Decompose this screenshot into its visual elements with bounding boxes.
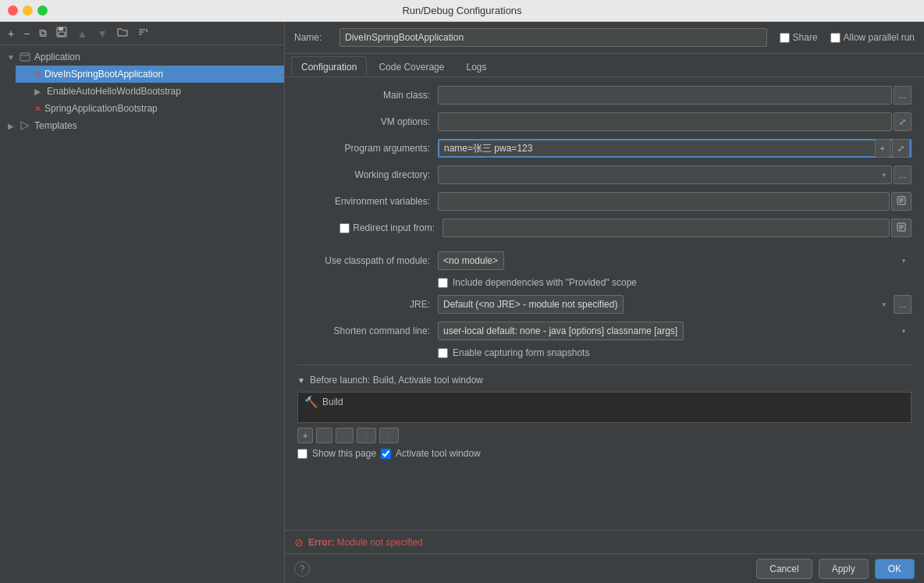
move-up-button[interactable]: ▲ <box>73 26 91 41</box>
sort-button[interactable] <box>134 25 151 41</box>
main-class-input-group: ... <box>438 86 912 105</box>
maximize-button[interactable] <box>37 5 48 16</box>
vm-options-input-group: ⤢ <box>438 112 912 131</box>
share-checkbox-label[interactable]: Share <box>780 32 818 43</box>
remove-configuration-button[interactable]: − <box>20 26 33 41</box>
cancel-button[interactable]: Cancel <box>756 559 812 579</box>
window-controls[interactable] <box>8 5 48 16</box>
environment-variables-input[interactable] <box>438 192 890 211</box>
share-checkbox[interactable] <box>780 33 790 43</box>
tree-group-templates[interactable]: ▶ Templates <box>0 117 284 134</box>
redirect-input-checkbox[interactable] <box>339 223 350 233</box>
activate-tool-window-checkbox[interactable] <box>381 449 391 459</box>
main-class-input[interactable] <box>438 86 892 105</box>
left-panel: + − ⧉ ▲ ▼ <box>0 22 285 583</box>
main-class-row: Main class: ... <box>297 85 912 105</box>
before-launch-title: Before launch: Build, Activate tool wind… <box>310 375 483 386</box>
redirect-input-browse-button[interactable] <box>891 219 912 237</box>
main-container: + − ⧉ ▲ ▼ <box>0 22 924 583</box>
shorten-command-select-wrapper: user-local default: none - java [options… <box>438 322 912 340</box>
title-bar: Run/Debug Configurations <box>0 0 924 22</box>
copy-configuration-button[interactable]: ⧉ <box>36 25 50 41</box>
tabs-row: Configuration Code Coverage Logs <box>285 54 924 77</box>
templates-group-icon <box>19 119 31 132</box>
before-launch-list: 🔨 Build <box>297 392 912 423</box>
enable-capturing-row: Enable capturing form snapshots <box>297 347 912 358</box>
close-button[interactable] <box>8 5 18 16</box>
application-children: ✕ DiveInSpringBootApplication ▶ EnableAu… <box>0 66 284 117</box>
activate-tool-window-label[interactable]: Activate tool window <box>396 448 481 459</box>
save-configuration-button[interactable] <box>53 25 70 41</box>
before-launch-remove-button[interactable]: − <box>316 428 332 443</box>
working-directory-label: Working directory: <box>297 169 438 180</box>
working-directory-browse-button[interactable]: ... <box>894 165 912 184</box>
environment-variables-browse-button[interactable] <box>891 192 912 211</box>
working-directory-input[interactable] <box>438 165 892 184</box>
include-dependencies-label[interactable]: Include dependencies with "Provided" sco… <box>453 277 637 288</box>
redirect-input-input[interactable] <box>442 219 890 237</box>
tree-item-dive[interactable]: ✕ DiveInSpringBootApplication <box>16 66 284 83</box>
svg-rect-2 <box>59 32 65 36</box>
jre-row: JRE: Default (<no JRE> - module not spec… <box>297 294 912 315</box>
classpath-module-select[interactable]: <no module> <box>438 251 504 270</box>
parallel-run-label[interactable]: Allow parallel run <box>830 32 915 43</box>
move-down-button[interactable]: ▼ <box>94 26 111 41</box>
name-row: Name: Share Allow parallel run <box>285 22 924 54</box>
parallel-run-checkbox[interactable] <box>830 33 840 43</box>
working-directory-select-wrapper <box>438 165 892 184</box>
show-page-checkbox[interactable] <box>297 449 307 459</box>
add-configuration-button[interactable]: + <box>5 26 17 41</box>
tree-item-spring[interactable]: ✕ SpringApplicationBootstrap <box>16 100 284 117</box>
show-page-label[interactable]: Show this page <box>312 448 376 459</box>
right-panel: Name: Share Allow parallel run Configura… <box>285 22 924 583</box>
main-class-browse-button[interactable]: ... <box>894 86 912 105</box>
jre-browse-button[interactable]: ... <box>894 295 912 314</box>
error-icon-dive: ✕ <box>34 69 41 80</box>
config-content: Main class: ... VM options: ⤢ Program ar… <box>285 77 924 530</box>
environment-variables-label: Environment variables: <box>297 196 438 207</box>
classpath-module-label: Use classpath of module: <box>297 255 438 266</box>
before-launch-section: ▼ Before launch: Build, Activate tool wi… <box>297 364 912 462</box>
before-launch-add-button[interactable]: + <box>297 428 313 443</box>
enable-capturing-checkbox[interactable] <box>438 348 448 358</box>
ok-button[interactable]: OK <box>875 559 915 579</box>
before-launch-header[interactable]: ▼ Before launch: Build, Activate tool wi… <box>297 371 912 389</box>
tree-item-enable[interactable]: ▶ EnableAutoHelloWorldBootstrap <box>16 83 284 100</box>
jre-select[interactable]: Default (<no JRE> - module not specified… <box>438 295 624 314</box>
before-launch-arrow: ▼ <box>297 376 305 385</box>
left-toolbar: + − ⧉ ▲ ▼ <box>0 22 284 45</box>
program-args-add-button[interactable]: + <box>875 139 890 158</box>
before-launch-move-up-button[interactable]: ▲ <box>357 428 376 443</box>
build-label: Build <box>322 396 343 407</box>
program-arguments-input[interactable] <box>438 139 912 158</box>
jre-label: JRE: <box>297 299 438 310</box>
show-page-row: Show this page Activate tool window <box>297 445 912 462</box>
configuration-tree[interactable]: ▼ Application ✕ DiveInSpringBootApplicat… <box>0 45 284 583</box>
tree-group-application[interactable]: ▼ Application <box>0 48 284 66</box>
vm-options-input[interactable] <box>438 112 892 131</box>
program-arguments-row: Program arguments: + ⤢ <box>297 138 912 158</box>
enable-capturing-label[interactable]: Enable capturing form snapshots <box>453 347 589 358</box>
classpath-module-row: Use classpath of module: <no module> <box>297 251 912 271</box>
apply-button[interactable]: Apply <box>819 559 869 579</box>
program-args-expand-button[interactable]: ⤢ <box>892 139 910 158</box>
jre-select-wrapper: Default (<no JRE> - module not specified… <box>438 295 892 314</box>
vm-options-expand-button[interactable]: ⤢ <box>894 112 912 131</box>
tab-code-coverage[interactable]: Code Coverage <box>368 56 454 76</box>
include-dependencies-checkbox[interactable] <box>438 278 448 288</box>
minimize-button[interactable] <box>23 5 33 16</box>
before-launch-edit-button[interactable]: ✎ <box>336 428 354 443</box>
tab-logs[interactable]: Logs <box>456 56 496 76</box>
name-input[interactable] <box>339 28 767 47</box>
tab-configuration[interactable]: Configuration <box>291 56 367 76</box>
expand-arrow-templates: ▶ <box>6 122 16 130</box>
jre-group: Default (<no JRE> - module not specified… <box>438 295 912 314</box>
tree-item-enable-label: EnableAutoHelloWorldBootstrap <box>47 86 181 97</box>
before-launch-move-down-button[interactable]: ▼ <box>379 428 399 443</box>
folder-button[interactable] <box>114 25 131 41</box>
error-bar: ⊘ Error: Module not specified <box>285 530 924 553</box>
svg-rect-1 <box>59 27 63 30</box>
help-button[interactable]: ? <box>294 561 310 577</box>
bottom-bar: ? Cancel Apply OK <box>285 553 924 583</box>
shorten-command-select[interactable]: user-local default: none - java [options… <box>438 322 684 340</box>
